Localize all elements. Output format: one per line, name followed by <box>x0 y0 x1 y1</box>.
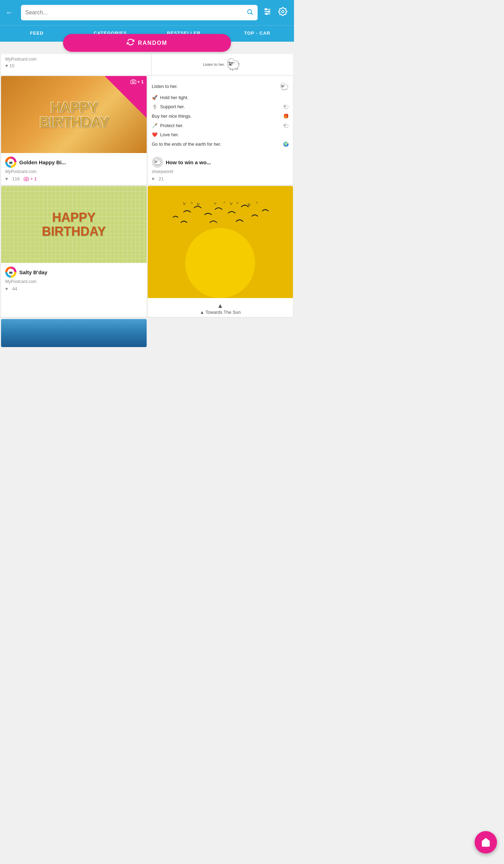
sheep-line-5: 🗡️ Protect her. 🐑 <box>152 123 289 128</box>
settings-icon[interactable] <box>277 7 288 18</box>
camera-badge: + 1 <box>131 79 144 84</box>
sheep-line-1: Listen to her. 🐑 <box>152 82 289 91</box>
heart-icon-golden: ♥ <box>5 176 8 181</box>
cards-section: RANDOM MyPostcard.com ♥ 15 Listen to her… <box>0 42 294 347</box>
card-info-golden: 📷 Golden Happy Bi... MyPostcard.com ♥ 11… <box>1 153 147 185</box>
card-title-row-pretzel: 📷 Salty B'day <box>5 267 142 278</box>
card-source-sheep: sheepworld <box>152 169 289 174</box>
bottom-partial-section <box>0 318 294 347</box>
card-title-sheep: How to win a wo... <box>166 159 211 165</box>
tab-feed[interactable]: FEED <box>0 26 74 42</box>
camera-stat-golden: + 1 <box>24 176 36 181</box>
svg-point-0 <box>247 9 252 14</box>
birds-svg <box>155 196 286 239</box>
heart-icon: ♥ <box>5 63 8 68</box>
avatar-camera-icon-2: 📷 <box>9 271 13 274</box>
card-image-yellow: 𝓿 𝓿 𝓿 𝓿 𝓿 𝓿 𝓿 𝓿 𝓿 <box>148 186 293 298</box>
card-stats-pretzel: ♥ 44 <box>5 286 142 291</box>
search-icon[interactable] <box>246 8 253 17</box>
card-title-row-golden: 📷 Golden Happy Bi... <box>5 157 142 168</box>
card-grid: HAPPYBIRTHDAY + 1 📷 <box>0 75 294 318</box>
avatar-mypostcard-2: 📷 <box>5 267 16 278</box>
app-header: ← <box>0 0 294 25</box>
heart-icon-sheep: ♥ <box>152 176 155 181</box>
search-input[interactable] <box>25 9 246 16</box>
card-info-pretzel: 📷 Salty B'day MyPostcard.com ♥ 44 <box>1 263 147 295</box>
sheep-line-6: ❤️ Love her. <box>152 132 289 137</box>
happy-birthday-text: HAPPYBIRTHDAY <box>36 100 112 129</box>
svg-point-7 <box>266 13 267 14</box>
sheep-icon-right: 🐑 <box>226 58 243 71</box>
blue-card-image <box>1 319 147 347</box>
svg-point-8 <box>282 11 284 13</box>
filter-icon[interactable] <box>262 7 273 18</box>
avatar-sheepworld: 🐑 <box>152 157 163 168</box>
heart-icon-pretzel: ♥ <box>5 286 8 291</box>
card-salty-bday[interactable]: HAPPYBIRTHDAY 📷 Salty B'day MyPostcard.c… <box>1 186 147 317</box>
sheep-line-4: Buy her nice things. 🎁 <box>152 113 289 119</box>
refresh-icon <box>127 38 134 48</box>
avatar-mypostcard-1: 📷 <box>5 157 16 168</box>
likes-count-golden: 116 <box>12 176 20 181</box>
pretzel-image: HAPPYBIRTHDAY <box>1 186 147 263</box>
random-button[interactable]: RANDOM <box>63 34 231 52</box>
card-yellow-birds[interactable]: 𝓿 𝓿 𝓿 𝓿 𝓿 𝓿 𝓿 𝓿 𝓿 <box>148 186 293 317</box>
card-source-golden: MyPostcard.com <box>5 169 142 174</box>
partial-likes-left: ♥ 15 <box>5 63 147 68</box>
pretzel-birthday-text: HAPPYBIRTHDAY <box>42 210 106 238</box>
sheep-card-image: Listen to her. 🐑 🚀 Hold her tight. 🪧 Sup… <box>148 76 293 153</box>
card-image-golden: HAPPYBIRTHDAY + 1 <box>1 76 147 153</box>
likes-count-sheep: 21 <box>159 176 163 181</box>
sun-decoration <box>185 228 255 298</box>
partial-card-right[interactable]: Listen to her. 🐑 <box>152 54 293 75</box>
sheep-line-7: Go to the ends of the earth for her. 🌍 <box>152 141 289 147</box>
back-button[interactable]: ← <box>6 8 17 17</box>
sheep-line-3: 🪧 Support her. 🐑 <box>152 104 289 109</box>
sheep-preview-text: Listen to her. <box>203 62 225 67</box>
likes-count-pretzel: 44 <box>12 286 17 291</box>
svg-line-1 <box>251 13 253 15</box>
card-info-sheep: 🐑 How to win a wo... sheepworld ♥ 21 <box>148 153 293 185</box>
card-golden-happy-birthday[interactable]: HAPPYBIRTHDAY + 1 📷 <box>1 76 147 185</box>
svg-point-10 <box>26 178 27 180</box>
card-title-row-sheep: 🐑 How to win a wo... <box>152 157 289 168</box>
card-sheep[interactable]: Listen to her. 🐑 🚀 Hold her tight. 🪧 Sup… <box>148 76 293 185</box>
card-stats-golden: ♥ 116 + 1 <box>5 176 142 181</box>
sheep-line-2: 🚀 Hold her tight. <box>152 95 289 100</box>
card-arrow-up: ▲ ▲ Towards The Sun <box>148 298 293 317</box>
yellow-birds-image: 𝓿 𝓿 𝓿 𝓿 𝓿 𝓿 𝓿 𝓿 𝓿 <box>148 186 293 298</box>
partial-card-bottom-left[interactable] <box>1 319 147 347</box>
card-image-pretzel: HAPPYBIRTHDAY <box>1 186 147 263</box>
svg-point-5 <box>265 8 267 10</box>
card-stats-sheep: ♥ 21 <box>152 176 289 181</box>
towards-sun-label: ▲ Towards The Sun <box>152 310 289 315</box>
partial-source-left: MyPostcard.com <box>5 57 147 62</box>
random-label: RANDOM <box>138 40 167 46</box>
partial-card-left[interactable]: MyPostcard.com ♥ 15 <box>1 54 151 75</box>
golden-birthday-image: HAPPYBIRTHDAY + 1 <box>1 76 147 153</box>
card-title-golden: Golden Happy Bi... <box>19 159 66 165</box>
svg-point-9 <box>132 81 134 83</box>
avatar-camera-icon: 📷 <box>9 161 13 164</box>
card-title-pretzel: Salty B'day <box>19 269 47 275</box>
svg-point-6 <box>268 11 270 12</box>
search-bar <box>21 5 258 20</box>
card-image-sheep: Listen to her. 🐑 🚀 Hold her tight. 🪧 Sup… <box>148 76 293 153</box>
arrow-up-icon: ▲ <box>152 300 289 310</box>
tab-top-car[interactable]: TOP - CAR <box>220 26 294 42</box>
card-source-pretzel: MyPostcard.com <box>5 279 142 284</box>
